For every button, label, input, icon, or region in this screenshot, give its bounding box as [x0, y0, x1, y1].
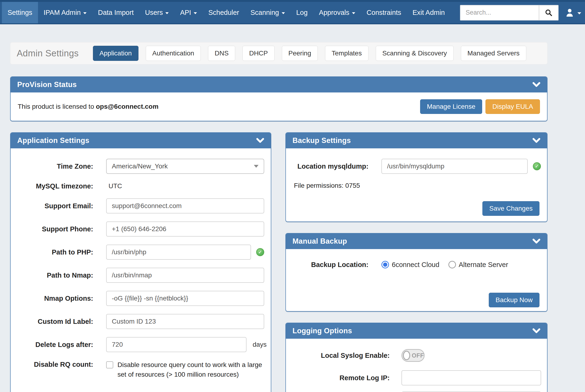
- backup-settings-panel: Backup Settings Location mysqldump: ✓: [286, 132, 548, 222]
- settings-tabs: Application Authentication DNS DHCP Peer…: [93, 46, 526, 61]
- tab-peering[interactable]: Peering: [282, 46, 318, 61]
- manage-license-button[interactable]: Manage License: [420, 99, 482, 114]
- collapse-button[interactable]: [532, 239, 540, 244]
- tab-authentication[interactable]: Authentication: [146, 46, 201, 61]
- delete-logs-field[interactable]: [106, 337, 246, 352]
- nav-constraints[interactable]: Constraints: [361, 2, 407, 23]
- nav-scheduler[interactable]: Scheduler: [203, 2, 245, 23]
- nav-label: Constraints: [366, 9, 401, 16]
- chevron-down-icon: [532, 138, 540, 144]
- chevron-down-icon: [532, 82, 540, 88]
- user-menu[interactable]: [565, 8, 581, 18]
- nav-label: Exit Admin: [412, 9, 445, 16]
- nav-label: Log: [296, 9, 308, 16]
- collapse-button[interactable]: [532, 138, 540, 144]
- tab-scanning-discovery[interactable]: Scanning & Discovery: [376, 46, 454, 61]
- support-email-field[interactable]: [106, 198, 264, 214]
- right-column: Backup Settings Location mysqldump: ✓: [286, 132, 548, 392]
- backup-location-row: Backup Location: 6connect Cloud Alternat…: [286, 260, 547, 269]
- tab-application[interactable]: Application: [93, 46, 138, 61]
- disable-rq-checkbox[interactable]: [106, 361, 113, 368]
- nav-label: IPAM Admin: [44, 9, 81, 16]
- field-label: Local Syslog Enable:: [286, 351, 390, 360]
- remote-log-ip-row: Remote Log IP:: [286, 370, 547, 386]
- collapse-button[interactable]: [532, 82, 540, 88]
- field-label: Time Zone:: [10, 162, 93, 170]
- field-label: Nmap Options:: [10, 294, 93, 302]
- nav-settings[interactable]: Settings: [2, 2, 38, 23]
- nav-ipam-admin[interactable]: IPAM Admin: [38, 2, 92, 23]
- nav-approvals[interactable]: Approvals: [313, 2, 361, 23]
- user-icon: [565, 8, 574, 18]
- field-label: Path to Nmap:: [10, 271, 93, 280]
- application-settings-body: Time Zone: America/New_York MySQL timezo…: [10, 148, 271, 379]
- toggle-knob: [403, 351, 410, 360]
- field-label: Delete Logs after:: [10, 340, 93, 349]
- search-group: [460, 5, 558, 20]
- collapse-button[interactable]: [532, 328, 540, 334]
- nmap-options-field[interactable]: [106, 291, 264, 306]
- nav-right: [460, 2, 581, 23]
- search-button[interactable]: [539, 6, 558, 20]
- license-text-prefix: This product is licensed to: [18, 103, 96, 110]
- nav-exit-admin[interactable]: Exit Admin: [407, 2, 450, 23]
- caret-down-icon: [578, 12, 581, 14]
- collapse-button[interactable]: [256, 138, 264, 144]
- nav-api[interactable]: API: [174, 2, 203, 23]
- syslog-toggle[interactable]: OFF: [402, 349, 424, 362]
- mysqldump-location-row: Location mysqldump: ✓: [286, 159, 547, 174]
- settings-columns: Application Settings Time Zone: America/…: [10, 132, 548, 392]
- nav-scanning[interactable]: Scanning: [245, 2, 290, 23]
- logging-options-header: Logging Options: [286, 323, 547, 339]
- panel-title: ProVision Status: [17, 80, 77, 89]
- field-label: Location mysqldump:: [286, 162, 368, 170]
- nav-label: API: [180, 9, 191, 16]
- backup-settings-body: Location mysqldump: ✓ File permissions: …: [286, 148, 547, 222]
- nav-users[interactable]: Users: [140, 2, 174, 23]
- manual-backup-header: Manual Backup: [286, 234, 547, 249]
- path-php-field[interactable]: [106, 244, 251, 260]
- timezone-select[interactable]: America/New_York: [106, 159, 264, 174]
- tab-managed-servers[interactable]: Managed Servers: [461, 46, 526, 61]
- tab-dhcp[interactable]: DHCP: [242, 46, 274, 61]
- chevron-down-icon: [256, 138, 264, 144]
- page: Settings IPAM Admin Data Import Users AP…: [0, 0, 585, 392]
- nav-data-import[interactable]: Data Import: [92, 2, 140, 23]
- backup-now-row: Backup Now: [286, 293, 547, 307]
- disable-rq-row: Disable RQ count: Disable resource query…: [10, 360, 271, 379]
- timezone-row: Time Zone: America/New_York: [10, 159, 271, 174]
- disable-rq-description: Disable resource query count to work wit…: [118, 360, 271, 379]
- radio-6connect-cloud[interactable]: 6connect Cloud: [382, 261, 440, 269]
- caret-down-icon: [165, 12, 169, 14]
- save-changes-button[interactable]: Save Changes: [482, 201, 540, 216]
- radio-alternate-server[interactable]: Alternate Server: [448, 261, 508, 269]
- nav-label: Settings: [8, 9, 32, 16]
- mysql-timezone-row: MySQL timezone: UTC: [10, 182, 271, 190]
- path-php-row: Path to PHP: ✓: [10, 244, 271, 260]
- path-nmap-field[interactable]: [106, 268, 264, 283]
- mysqldump-location-field[interactable]: [382, 159, 528, 174]
- path-nmap-row: Path to Nmap:: [10, 268, 271, 283]
- delete-logs-row: Delete Logs after: days: [10, 337, 271, 352]
- chevron-down-icon: [532, 239, 540, 244]
- nav-label: Scheduler: [208, 9, 239, 16]
- search-input[interactable]: [460, 6, 539, 20]
- admin-settings-bar: Admin Settings Application Authenticatio…: [10, 42, 548, 64]
- tab-templates[interactable]: Templates: [325, 46, 368, 61]
- timezone-selected-value: America/New_York: [112, 162, 168, 170]
- license-email: ops@6connect.com: [96, 103, 158, 110]
- custom-id-field[interactable]: [106, 314, 264, 329]
- remote-log-ip-field[interactable]: [402, 370, 541, 386]
- chevron-down-icon: [532, 328, 540, 334]
- display-eula-button[interactable]: Display EULA: [486, 99, 540, 114]
- radio-label: Alternate Server: [459, 261, 508, 269]
- file-permissions-text: File permissions: 0755: [294, 182, 547, 190]
- support-email-row: Support Email:: [10, 198, 271, 214]
- nav-log[interactable]: Log: [290, 2, 313, 23]
- save-row: Save Changes: [286, 201, 547, 216]
- provision-status-panel: ProVision Status This product is license…: [10, 76, 548, 121]
- panel-title: Manual Backup: [292, 237, 347, 246]
- backup-now-button[interactable]: Backup Now: [489, 293, 540, 307]
- tab-dns[interactable]: DNS: [208, 46, 235, 61]
- support-phone-field[interactable]: [106, 222, 264, 236]
